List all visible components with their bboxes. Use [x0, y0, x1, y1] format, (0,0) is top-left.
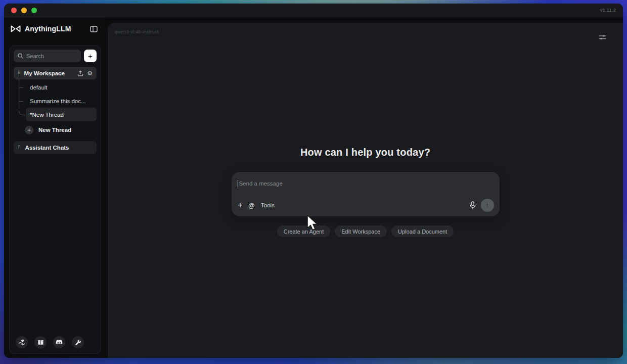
thread-item-default[interactable]: default — [26, 80, 98, 94]
suggestion-pills: Create an Agent Edit Workspace Upload a … — [277, 225, 454, 237]
titlebar: v1.11.2 — [4, 4, 623, 17]
thread-item-summarize[interactable]: Summarize this doc... — [26, 94, 98, 108]
app-name: AnythingLLM — [25, 25, 71, 33]
anythingllm-logo-icon — [10, 25, 21, 33]
hand-heart-icon — [18, 339, 25, 346]
sliders-icon — [599, 34, 606, 40]
assistant-chats-label: Assistant Chats — [25, 145, 69, 151]
workspace-item[interactable]: ⠿ My Workspace ⚙ — [14, 67, 97, 79]
sidebar-panel: Search + ⠿ My Workspace ⚙ default — [9, 46, 101, 354]
message-composer[interactable]: Send a message + @ Tools — [232, 172, 500, 216]
sidebar-toggle-icon[interactable] — [89, 25, 98, 33]
greeting-heading: How can I help you today? — [300, 147, 430, 158]
sidebar-header: AnythingLLM — [4, 17, 105, 40]
send-button[interactable]: ↑ — [481, 199, 494, 212]
assistant-chats-item[interactable]: ⠿ Assistant Chats — [14, 141, 97, 154]
thread-item-new-thread-active[interactable]: *New Thread — [26, 108, 97, 121]
search-icon — [18, 53, 23, 59]
thread-list: default Summarize this doc... *New Threa… — [13, 80, 98, 121]
settings-button[interactable] — [72, 336, 84, 348]
text-caret — [238, 180, 238, 187]
composer-toolbar: + @ Tools ↑ — [238, 199, 494, 212]
workspace-settings-gear-icon[interactable]: ⚙ — [87, 70, 93, 76]
close-window-button[interactable] — [11, 8, 17, 13]
search-placeholder: Search — [26, 53, 44, 59]
new-thread-button[interactable]: + New Thread — [25, 125, 98, 134]
microphone-button[interactable] — [470, 201, 476, 209]
new-thread-label: New Thread — [38, 127, 71, 133]
sidebar-footer — [13, 336, 98, 348]
zoom-window-button[interactable] — [31, 8, 37, 13]
attach-plus-icon[interactable]: + — [238, 201, 243, 210]
sidebar: AnythingLLM Search — [4, 17, 105, 358]
discord-button[interactable] — [53, 336, 65, 348]
app-version: v1.11.2 — [600, 8, 616, 13]
chat-panel: qwen3-vl:4b-instruct How can I help you … — [108, 23, 623, 358]
model-name-label: qwen3-vl:4b-instruct — [115, 29, 159, 34]
search-input[interactable]: Search — [14, 50, 81, 62]
composer-placeholder: Send a message — [239, 180, 283, 187]
new-workspace-button[interactable]: + — [84, 50, 97, 62]
microphone-icon — [470, 201, 476, 209]
docs-button[interactable] — [34, 336, 47, 348]
traffic-lights — [11, 8, 37, 13]
plus-icon: + — [25, 126, 33, 134]
suggestion-upload-document[interactable]: Upload a Document — [391, 225, 454, 237]
drag-handle-icon[interactable]: ⠿ — [18, 145, 21, 150]
mention-at-icon[interactable]: @ — [248, 202, 255, 209]
workspace-name: My Workspace — [24, 70, 75, 76]
drag-handle-icon[interactable]: ⠿ — [18, 71, 21, 75]
suggestion-edit-workspace[interactable]: Edit Workspace — [335, 225, 387, 237]
tools-button[interactable]: Tools — [261, 202, 275, 208]
book-icon — [37, 339, 44, 346]
support-button[interactable] — [16, 336, 28, 348]
suggestion-create-agent[interactable]: Create an Agent — [277, 225, 331, 237]
upload-icon[interactable] — [77, 70, 83, 76]
discord-icon — [56, 339, 63, 346]
minimize-window-button[interactable] — [21, 8, 27, 13]
chat-settings-button[interactable] — [598, 33, 607, 41]
app-window: v1.11.2 AnythingLLM — [4, 4, 623, 358]
wrench-icon — [75, 339, 81, 346]
chat-area-wrapper: qwen3-vl:4b-instruct How can I help you … — [105, 17, 623, 358]
